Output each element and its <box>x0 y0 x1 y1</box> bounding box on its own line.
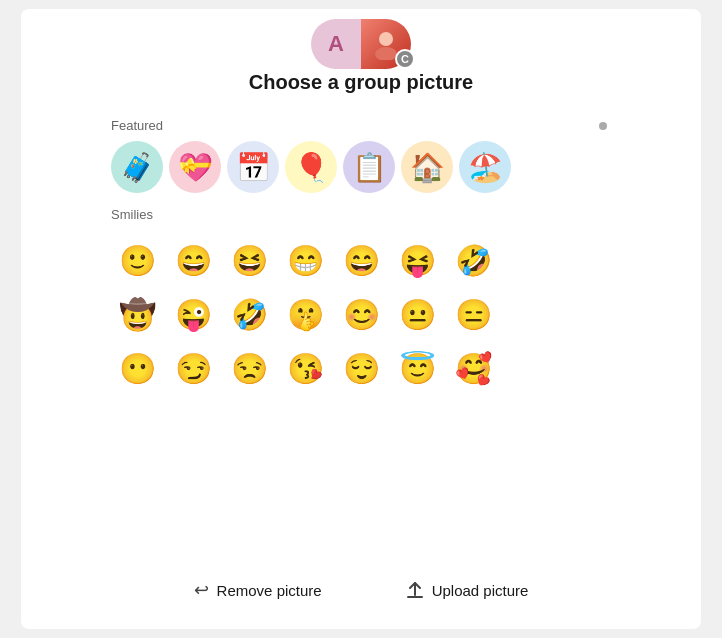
smilies-row-3: 😶 😏 😒 😘 😌 😇 🥰 <box>111 342 611 394</box>
emoji-squint[interactable]: 😝 <box>391 234 443 286</box>
avatar-container: A C <box>21 9 701 67</box>
upload-icon <box>406 581 424 599</box>
smilies-row-2: 🤠 😜 🤣 🤫 😊 😐 😑 <box>111 288 611 340</box>
smilies-label: Smilies <box>111 207 153 222</box>
avatar-left-letter: A <box>328 31 344 57</box>
featured-item-balloons[interactable]: 🎈 <box>285 141 337 193</box>
page-title: Choose a group picture <box>249 71 473 94</box>
upload-picture-button[interactable]: Upload picture <box>394 573 541 607</box>
content-area: Featured 🧳 💝 📅 🎈 📋 🏠 🏖️ Smilies 🙂 😄 😆 😁 … <box>21 110 701 555</box>
emoji-wink-tongue[interactable]: 😜 <box>167 288 219 340</box>
featured-label: Featured <box>111 118 163 133</box>
featured-item-heart[interactable]: 💝 <box>169 141 221 193</box>
featured-item-clipboard[interactable]: 📋 <box>343 141 395 193</box>
featured-grid: 🧳 💝 📅 🎈 📋 🏠 🏖️ <box>111 141 611 193</box>
svg-point-0 <box>379 32 393 46</box>
emoji-neutral[interactable]: 😐 <box>391 288 443 340</box>
featured-item-calendar[interactable]: 📅 <box>227 141 279 193</box>
group-avatar: A C <box>311 19 411 67</box>
emoji-kiss[interactable]: 😘 <box>279 342 331 394</box>
featured-item-house[interactable]: 🏠 <box>401 141 453 193</box>
remove-icon: ↩ <box>194 579 209 601</box>
emoji-laugh2[interactable]: 🤣 <box>223 288 275 340</box>
featured-item-luggage[interactable]: 🧳 <box>111 141 163 193</box>
emoji-slight-smile[interactable]: 🙂 <box>111 234 163 286</box>
svg-point-1 <box>375 47 397 60</box>
emoji-innocent[interactable]: 😇 <box>391 342 443 394</box>
emoji-unamused[interactable]: 😒 <box>223 342 275 394</box>
emoji-beam[interactable]: 😁 <box>279 234 331 286</box>
emoji-laugh[interactable]: 😆 <box>223 234 275 286</box>
modal: A C Choose a group picture Featured 🧳 💝 <box>21 9 701 629</box>
emoji-smile-eyes[interactable]: 😄 <box>335 234 387 286</box>
avatar-c-badge: C <box>395 49 415 69</box>
smilies-section-header: Smilies <box>111 199 611 230</box>
emoji-shush[interactable]: 🤫 <box>279 288 331 340</box>
emoji-cowboy[interactable]: 🤠 <box>111 288 163 340</box>
smilies-row-1: 🙂 😄 😆 😁 😄 😝 🤣 <box>111 234 611 286</box>
emoji-rofl[interactable]: 🤣 <box>447 234 499 286</box>
remove-picture-button[interactable]: ↩ Remove picture <box>182 571 334 609</box>
bottom-actions: ↩ Remove picture Upload picture <box>21 555 701 609</box>
emoji-grin[interactable]: 😄 <box>167 234 219 286</box>
remove-picture-label: Remove picture <box>217 582 322 599</box>
emoji-relieved[interactable]: 😊 <box>335 288 387 340</box>
emoji-heart-eyes[interactable]: 🥰 <box>447 342 499 394</box>
upload-picture-label: Upload picture <box>432 582 529 599</box>
emoji-no-mouth[interactable]: 😶 <box>111 342 163 394</box>
avatar-left: A <box>311 19 361 69</box>
upload-arrow-icon <box>406 581 424 599</box>
emoji-smirk[interactable]: 😏 <box>167 342 219 394</box>
featured-section-header: Featured <box>111 110 611 141</box>
featured-item-beach[interactable]: 🏖️ <box>459 141 511 193</box>
emoji-expressionless[interactable]: 😑 <box>447 288 499 340</box>
scroll-indicator <box>599 122 607 130</box>
emoji-relieved2[interactable]: 😌 <box>335 342 387 394</box>
